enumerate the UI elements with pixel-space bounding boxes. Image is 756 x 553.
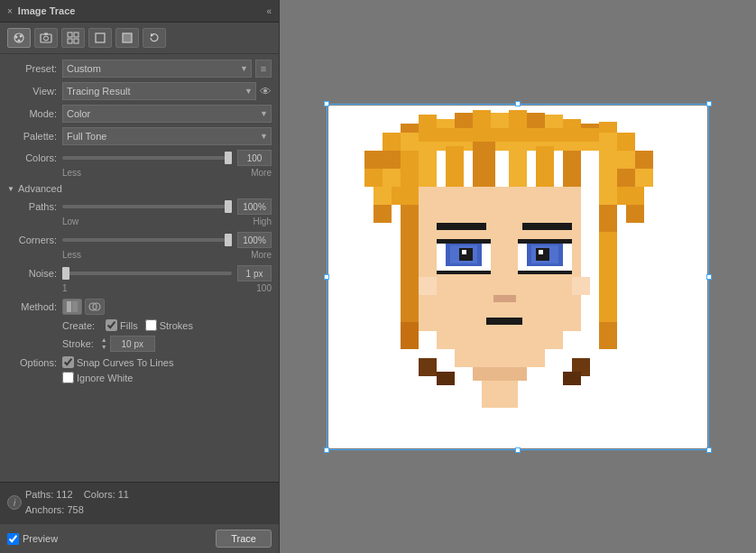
preset-select[interactable]: Custom bbox=[62, 60, 252, 78]
toolbar-btn-grid[interactable] bbox=[61, 28, 85, 48]
svg-rect-66 bbox=[572, 277, 590, 295]
svg-point-5 bbox=[44, 36, 49, 41]
toolbar-btn-outline[interactable] bbox=[115, 28, 139, 48]
svg-rect-53 bbox=[419, 151, 437, 187]
corners-min-label: Less bbox=[62, 250, 81, 260]
snap-curves-text: Snap Curves To Lines bbox=[77, 357, 173, 368]
colors-stat-label: Colors: bbox=[84, 489, 115, 500]
svg-rect-48 bbox=[419, 128, 599, 142]
strokes-label: Strokes bbox=[160, 320, 193, 331]
svg-rect-56 bbox=[509, 142, 527, 187]
colors-label: Colors: bbox=[7, 152, 57, 163]
corners-slider-row: Corners: 100% bbox=[7, 232, 272, 248]
create-row: Create: Fills Strokes bbox=[7, 319, 272, 331]
view-label: View: bbox=[7, 86, 57, 97]
method-btn-overlapping[interactable] bbox=[85, 299, 105, 315]
svg-rect-15 bbox=[72, 301, 78, 312]
svg-rect-83 bbox=[493, 295, 516, 302]
preview-label: Preview bbox=[7, 533, 58, 545]
stroke-down-arrow[interactable]: ▼ bbox=[101, 344, 107, 351]
palette-row: Palette: Full Tone ▼ bbox=[7, 127, 272, 145]
snap-curves-checkbox[interactable] bbox=[62, 356, 74, 368]
toolbar-btn-photo[interactable] bbox=[34, 28, 58, 48]
stroke-row-label: Stroke: bbox=[62, 338, 94, 349]
svg-rect-85 bbox=[437, 331, 563, 349]
svg-rect-44 bbox=[635, 169, 653, 187]
corners-slider[interactable] bbox=[62, 238, 232, 242]
palette-select[interactable]: Full Tone bbox=[62, 127, 272, 145]
svg-point-1 bbox=[15, 36, 18, 39]
svg-rect-92 bbox=[599, 322, 617, 349]
preset-select-wrapper: Custom ▼ bbox=[62, 60, 252, 78]
svg-rect-59 bbox=[419, 187, 437, 205]
toolbar-btn-reset[interactable] bbox=[143, 28, 166, 48]
fills-checkbox-label: Fills bbox=[106, 319, 138, 331]
svg-rect-93 bbox=[419, 358, 437, 376]
view-eye-icon[interactable]: 👁 bbox=[260, 85, 272, 98]
svg-rect-81 bbox=[539, 250, 543, 254]
info-icon[interactable]: i bbox=[7, 495, 22, 510]
stroke-up-arrow[interactable]: ▲ bbox=[101, 336, 107, 344]
corners-value: 100% bbox=[237, 232, 272, 248]
ignore-white-label: Ignore White bbox=[62, 372, 173, 383]
toolbar-btn-autocolor[interactable] bbox=[7, 28, 31, 48]
trace-button[interactable]: Trace bbox=[216, 530, 272, 548]
svg-rect-82 bbox=[518, 271, 572, 274]
colors-slider[interactable] bbox=[62, 156, 232, 160]
view-row: View: Tracing Result ▼ 👁 bbox=[7, 82, 272, 100]
svg-rect-49 bbox=[401, 151, 419, 205]
noise-minmax: 1 100 bbox=[7, 283, 272, 293]
panel-title: Image Trace bbox=[18, 5, 76, 16]
anchors-stat-label: Anchors: bbox=[25, 504, 64, 515]
svg-rect-87 bbox=[473, 367, 527, 381]
anchors-stat-value: 758 bbox=[67, 504, 83, 515]
svg-rect-39 bbox=[617, 133, 635, 151]
noise-label: Noise: bbox=[7, 268, 57, 279]
svg-rect-86 bbox=[455, 349, 545, 367]
mode-row: Mode: Color ▼ bbox=[7, 105, 272, 123]
svg-rect-31 bbox=[383, 133, 401, 151]
artwork-container bbox=[328, 106, 707, 448]
paths-slider[interactable] bbox=[62, 205, 232, 208]
svg-rect-6 bbox=[44, 33, 48, 35]
preset-menu-button[interactable]: ≡ bbox=[255, 60, 272, 78]
svg-rect-77 bbox=[522, 223, 572, 230]
view-select[interactable]: Tracing Result bbox=[62, 82, 256, 100]
svg-rect-90 bbox=[599, 232, 617, 322]
paths-slider-row: Paths: 100% bbox=[7, 198, 272, 215]
svg-point-2 bbox=[20, 35, 23, 38]
svg-rect-84 bbox=[486, 318, 522, 325]
toolbar-btn-square[interactable] bbox=[88, 28, 112, 48]
mode-select[interactable]: Color bbox=[62, 105, 272, 123]
options-label: Options: bbox=[7, 356, 57, 368]
noise-slider[interactable] bbox=[62, 272, 232, 275]
advanced-header[interactable]: ▼ Advanced bbox=[7, 183, 272, 194]
svg-rect-58 bbox=[563, 151, 581, 187]
close-icon[interactable]: × bbox=[7, 6, 13, 16]
svg-rect-32 bbox=[383, 151, 401, 169]
corners-max-label: More bbox=[251, 250, 272, 260]
fills-checkbox[interactable] bbox=[106, 319, 117, 331]
ignore-white-text: Ignore White bbox=[77, 373, 133, 383]
svg-rect-69 bbox=[437, 223, 486, 230]
palette-label: Palette: bbox=[7, 131, 57, 142]
method-btn-abutting[interactable] bbox=[62, 299, 82, 315]
noise-value: 1 px bbox=[237, 265, 272, 281]
stroke-spinners: ▲ ▼ bbox=[101, 336, 107, 352]
create-label: Create: bbox=[62, 320, 95, 331]
svg-rect-57 bbox=[536, 146, 554, 191]
svg-rect-45 bbox=[626, 187, 644, 205]
preview-checkbox[interactable] bbox=[7, 533, 19, 545]
stroke-value-input[interactable]: 10 px bbox=[110, 336, 155, 352]
svg-rect-7 bbox=[68, 32, 72, 37]
preset-label: Preset: bbox=[7, 63, 57, 74]
noise-slider-row: Noise: 1 px bbox=[7, 265, 272, 281]
colors-min-label: Less bbox=[62, 168, 81, 178]
svg-rect-65 bbox=[419, 277, 437, 295]
svg-rect-33 bbox=[383, 169, 401, 187]
strokes-checkbox[interactable] bbox=[145, 319, 157, 331]
ignore-white-checkbox[interactable] bbox=[62, 372, 74, 383]
svg-rect-14 bbox=[67, 301, 71, 312]
collapse-icon[interactable]: « bbox=[266, 6, 272, 16]
svg-rect-35 bbox=[364, 151, 383, 169]
